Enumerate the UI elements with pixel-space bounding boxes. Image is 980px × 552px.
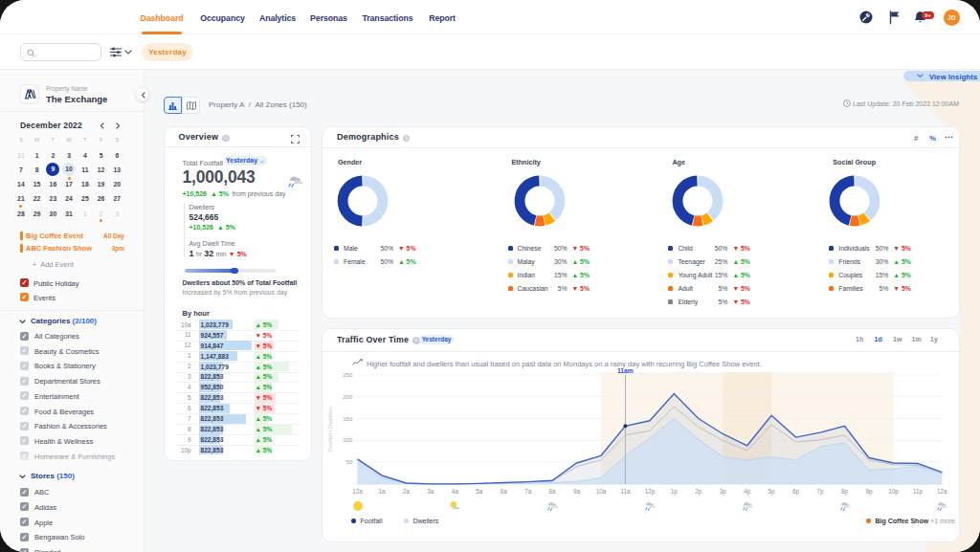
svg-text:11a: 11a — [620, 488, 631, 495]
svg-text:1p: 1p — [671, 488, 679, 496]
svg-text:12a: 12a — [937, 488, 947, 495]
svg-text:150: 150 — [343, 415, 353, 422]
svg-text:10p: 10p — [888, 488, 899, 496]
svg-text:250: 250 — [343, 371, 353, 378]
svg-text:8p: 8p — [841, 488, 849, 496]
svg-text:7p: 7p — [816, 488, 824, 496]
svg-text:4a: 4a — [452, 488, 459, 495]
svg-text:11p: 11p — [913, 488, 924, 496]
svg-text:Footfall / Dwellers: Footfall / Dwellers — [327, 407, 333, 453]
svg-text:5p: 5p — [768, 488, 776, 496]
svg-text:3p: 3p — [720, 488, 727, 496]
svg-text:6p: 6p — [792, 488, 800, 496]
svg-text:9a: 9a — [573, 488, 581, 495]
svg-text:3a: 3a — [427, 488, 434, 495]
svg-text:8a: 8a — [549, 488, 557, 495]
svg-text:200: 200 — [343, 393, 353, 400]
svg-text:6a: 6a — [501, 488, 508, 495]
svg-text:12p: 12p — [645, 488, 656, 496]
svg-text:7a: 7a — [524, 488, 532, 495]
svg-text:50: 50 — [346, 458, 353, 465]
svg-text:1a: 1a — [378, 488, 386, 495]
svg-text:5a: 5a — [476, 488, 483, 495]
svg-text:12a: 12a — [352, 488, 363, 495]
svg-text:11am: 11am — [617, 367, 634, 374]
svg-text:4p: 4p — [744, 488, 751, 496]
svg-text:2a: 2a — [403, 488, 411, 495]
svg-text:10a: 10a — [596, 488, 607, 495]
svg-text:100: 100 — [343, 436, 353, 443]
svg-text:9p: 9p — [865, 488, 873, 496]
svg-text:2p: 2p — [695, 488, 702, 496]
